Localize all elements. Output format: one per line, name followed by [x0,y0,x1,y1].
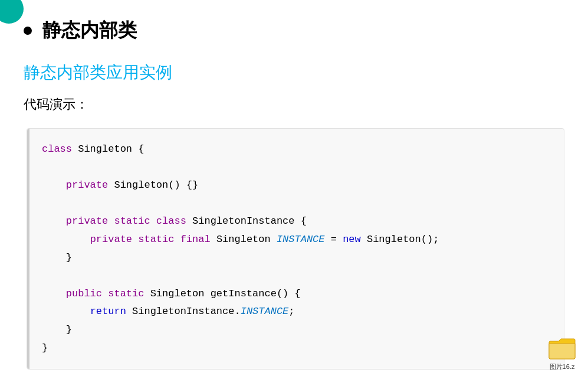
folder-icon-area[interactable]: 图片16.z [548,338,576,371]
code-line-11: } [42,321,549,339]
bullet-dot [24,27,32,35]
bullet-text: 静态内部类 [42,18,137,44]
folder-label: 图片16.z [550,362,575,371]
keyword-new: new [343,234,361,245]
code-line-12: } [42,339,549,358]
keyword-static-2: static [138,234,174,245]
code-block: class Singleton { private Singleton() {}… [27,128,564,370]
keyword-static-1: static [114,215,150,227]
code-line-9: public static Singleton getInstance() { [42,285,549,303]
code-line-8 [42,267,549,285]
identifier-instance-2: INSTANCE [241,306,289,317]
section-title: 静态内部类应用实例 [24,61,564,84]
code-line-4 [42,195,549,213]
identifier-instance: INSTANCE [277,234,325,245]
keyword-final: final [180,234,211,245]
code-line-3: private Singleton() {} [42,176,549,195]
keyword-static-3: static [108,288,144,299]
code-line-10: return SingletonInstance.INSTANCE; [42,303,549,321]
code-intro: 代码演示： [24,96,564,113]
keyword-class: class [42,143,72,155]
keyword-public: public [66,288,102,299]
code-line-5: private static class SingletonInstance { [42,213,549,231]
keyword-private-2: private [66,215,108,227]
bullet-section: 静态内部类 [24,18,564,44]
keyword-private-3: private [90,234,132,245]
keyword-private-1: private [66,179,108,191]
code-line-2 [42,159,549,177]
keyword-class-2: class [156,215,186,227]
code-line-1: class Singleton { [42,140,549,159]
folder-svg-icon [548,338,576,360]
keyword-return: return [90,306,126,317]
code-line-7: } [42,249,549,267]
code-line-6: private static final Singleton INSTANCE … [42,231,549,249]
